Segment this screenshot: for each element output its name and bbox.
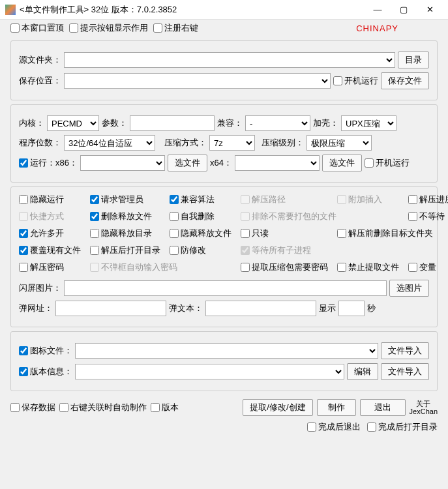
self-del-checkbox[interactable]: 自我删除 [170,211,231,222]
hint-checkbox[interactable]: 提示按钮显示作用 [69,22,148,34]
exit-after-checkbox[interactable]: 完成后退出 [307,421,361,433]
bits-label: 程序位数： [19,137,61,149]
splash-label: 闪屏图片： [19,282,61,294]
run-x86-select[interactable] [80,155,165,171]
show-label: 显示 [319,303,336,314]
shell-select[interactable]: UPX压缩 [341,115,396,131]
shell-label: 加壳： [313,117,338,129]
x64-label: x64： [210,157,232,169]
pin-window-checkbox[interactable]: 本窗口置顶 [10,22,64,34]
app-icon [5,5,16,15]
browse-folder-button[interactable]: 目录 [398,52,429,68]
popup-text-label: 弹文本： [169,303,203,314]
no-pwd-dlg-checkbox: 不弹框自动输入密码 [90,261,231,273]
shortcut-checkbox: 快捷方式 [19,211,81,222]
close-button[interactable]: ✕ [417,0,443,20]
req-admin-checkbox[interactable]: 请求管理员 [90,194,160,205]
splash-input[interactable] [64,280,387,296]
splash-browse-button[interactable]: 选图片 [389,280,429,297]
save-data-checkbox[interactable]: 保存数据 [10,402,55,413]
ziplvl-label: 压缩级别： [261,137,304,149]
compat-label: 兼容： [217,117,243,129]
brand-label: CHINAPY [356,23,398,33]
icon-import-button[interactable]: 文件导入 [381,342,429,359]
icon-file-select[interactable] [75,343,378,359]
need-pwd-checkbox[interactable]: 提取压缩包需要密码 [241,261,328,273]
sec-label: 秒 [367,303,376,314]
hide-file-checkbox[interactable]: 隐藏释放文件 [170,228,231,239]
zipmode-select[interactable]: 7z [209,135,255,151]
popup-url-input[interactable] [55,301,166,316]
run-x64-select[interactable] [235,155,320,171]
popup-text-input[interactable] [205,301,316,316]
multi-checkbox[interactable]: 允许多开 [19,228,81,239]
version-checkbox[interactable]: 版本 [151,402,179,413]
version-import-button[interactable]: 文件导入 [381,363,429,380]
del-target-checkbox[interactable]: 解压前删除目标文件夹 [337,228,448,239]
hide-dir-checkbox[interactable]: 隐藏释放目录 [90,228,160,239]
param-label: 参数： [102,117,127,129]
hide-run-checkbox[interactable]: 隐藏运行 [19,194,81,205]
add-plugin-checkbox: 附加插入 [337,194,399,205]
compat-algo-checkbox[interactable]: 兼容算法 [170,194,231,205]
version-info-checkbox[interactable]: 版本信息： [19,366,72,378]
exclude-checkbox: 排除不需要打包的文件 [241,211,399,222]
open-after-checkbox[interactable]: 解压后打开目录 [90,244,160,256]
ziplvl-select[interactable]: 极限压缩 [306,135,372,151]
overwrite-checkbox[interactable]: 覆盖现有文件 [19,244,81,256]
bits-select[interactable]: 32位/64位自适应 [64,135,155,151]
bootrun2-checkbox[interactable]: 开机运行 [365,157,410,169]
popup-url-label: 弹网址： [19,303,53,314]
extract-path-checkbox: 解压路径 [241,194,328,205]
readonly-checkbox[interactable]: 只读 [241,228,328,239]
run-x86-checkbox[interactable]: 运行：x86： [19,157,78,169]
var-checkbox[interactable]: 变量 [408,261,448,273]
boot-run-checkbox[interactable]: 开机运行 [333,75,378,87]
no-extract-checkbox[interactable]: 禁止提取文件 [337,261,399,273]
save-location-label: 保存位置： [19,75,61,87]
window-title: <单文件制作工具> 32位 版本：7.0.2.3852 [20,4,365,16]
exit-button[interactable]: 退出 [360,399,406,416]
zipmode-label: 压缩方式： [164,137,207,149]
del-extract-checkbox[interactable]: 删除释放文件 [90,211,160,222]
param-input[interactable] [130,115,215,131]
build-button[interactable]: 制作 [317,399,356,416]
core-label: 内核： [19,117,44,129]
extract-modify-create-button[interactable]: 提取/修改/创建 [243,399,312,416]
show-seconds-input[interactable] [338,301,365,316]
about-label: 关于 JexChan [410,400,438,415]
wait-child-checkbox: 等待所有子进程 [241,244,448,256]
maximize-button[interactable]: ▢ [391,0,417,20]
core-select[interactable]: PECMD [47,115,99,131]
selfile-x86-button[interactable]: 选文件 [168,155,207,171]
nowait-checkbox[interactable]: 不等待 [408,211,448,222]
compat-select[interactable]: - [245,115,310,131]
extract-progress-checkbox[interactable]: 解压进度 [408,194,448,205]
version-info-select[interactable] [75,364,344,379]
open-dir-after-checkbox[interactable]: 完成后打开目录 [367,421,438,433]
auto-build-checkbox[interactable]: 右键关联时自动制作 [59,402,147,413]
source-folder-label: 源文件夹： [19,54,61,66]
source-folder-select[interactable] [64,52,395,68]
icon-file-checkbox[interactable]: 图标文件： [19,345,72,357]
extract-pwd-checkbox[interactable]: 解压密码 [19,261,81,273]
version-edit-button[interactable]: 编辑 [347,363,378,380]
save-file-button[interactable]: 保存文件 [381,72,429,89]
save-location-select[interactable] [64,73,331,89]
register-rightclick-checkbox[interactable]: 注册右键 [153,22,198,34]
minimize-button[interactable]: — [365,0,391,20]
anti-mod-checkbox[interactable]: 防修改 [170,244,231,256]
selfile-x64-button[interactable]: 选文件 [322,155,362,171]
